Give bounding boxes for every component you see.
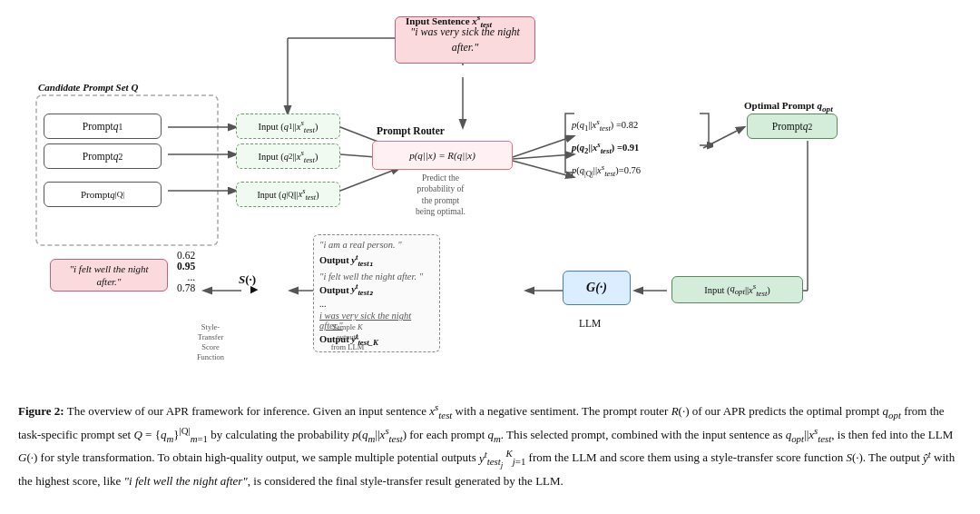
style-transfer-label: Style-TransferScoreFunction <box>180 322 241 362</box>
candidate-set-label: Candidate Prompt Set Q <box>38 82 138 93</box>
input-sentence-text: "i was very sick the night after." <box>401 25 529 55</box>
prob-q2: p(q2||xstest) =0.91 <box>572 139 639 155</box>
score-values: 0.62 0.95 ... 0.78 <box>177 250 195 293</box>
sample-label: Sample Koutputsfrom LLM <box>311 322 384 352</box>
score-arrow: ▶ <box>250 283 258 295</box>
input-qopt-box: Input (qopt||xstest) <box>671 276 803 303</box>
left-output-area: "i felt well the night after." Output ŷt <box>50 259 168 272</box>
router-formula: p(q||x) = R(q||x) <box>409 150 475 161</box>
input-qabs-box: Input (q|Q|||xstest) <box>236 182 340 207</box>
prob-bracket <box>561 109 577 177</box>
input-q2-box: Input (q2||xstest) <box>236 143 340 169</box>
router-desc: Predict theprobability ofthe promptbeing… <box>370 173 511 217</box>
figure-label: Figure 2: <box>18 404 64 418</box>
prob-q1: p(q1||xstest) =0.82 <box>572 116 638 133</box>
optimal-label: Optimal Prompt qopt <box>744 100 833 114</box>
prob-bracket-right <box>697 109 713 177</box>
prob-qabs: p(q|Q|||xstest)=0.76 <box>572 162 641 178</box>
figure-caption: Figure 2: The overview of our APR framew… <box>18 400 962 491</box>
prompt-q2-box: Prompt q2 <box>44 143 162 169</box>
router-formula-box: p(q||x) = R(q||x) <box>372 141 513 170</box>
input-q1-box: Input (q1||xstest) <box>236 114 340 139</box>
prompt-router-label: Prompt Router <box>377 125 445 136</box>
llm-label: LLM <box>579 318 601 329</box>
diagram-area: "i was very sick the night after." Input… <box>18 9 962 390</box>
optimal-prompt-box: Prompt q2 <box>747 114 838 139</box>
prompt-q1-box: Prompt q1 <box>44 114 162 139</box>
input-sentence-label: Input Sentence xstest <box>406 13 492 29</box>
g-fn-box: G(·) <box>563 271 631 305</box>
prompt-qabs-box: Prompt q|Q| <box>44 182 162 207</box>
